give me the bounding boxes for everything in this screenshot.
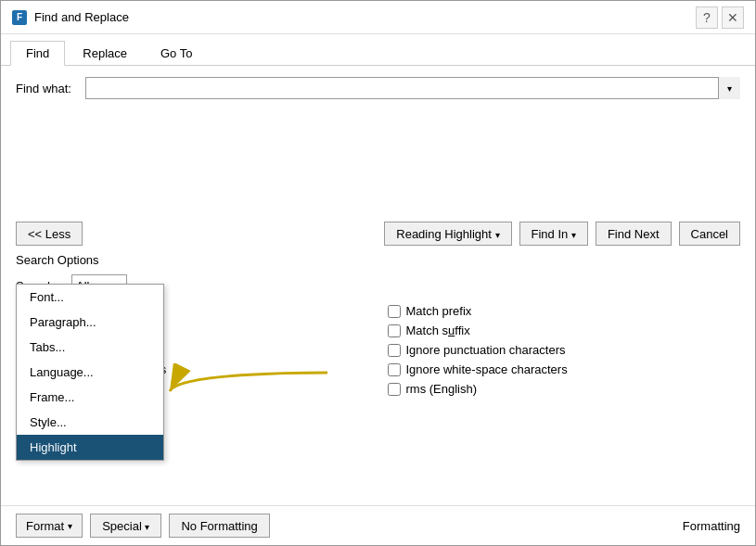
option-forms-english: rms (English)	[388, 382, 741, 396]
match-prefix-label: Match prefix	[406, 304, 472, 318]
no-formatting-button[interactable]: No Formatting	[169, 514, 269, 538]
help-button[interactable]: ?	[696, 6, 718, 29]
option-ignore-whitespace: Ignore white-space characters	[388, 362, 741, 376]
option-match-suffix: Match suffix	[388, 324, 741, 337]
ignore-punctuation-checkbox[interactable]	[388, 344, 401, 357]
dropdown-frame[interactable]: Frame...	[17, 385, 163, 410]
dropdown-style[interactable]: Style...	[17, 410, 163, 435]
forms-english-checkbox[interactable]	[388, 383, 401, 396]
match-suffix-checkbox[interactable]	[388, 324, 401, 337]
dropdown-paragraph[interactable]: Paragraph...	[17, 310, 163, 335]
dropdown-language[interactable]: Language...	[17, 360, 163, 385]
option-ignore-punctuation: Ignore punctuation characters	[388, 343, 741, 357]
formatting-label: Formatting	[683, 519, 740, 533]
forms-english-label: rms (English)	[406, 382, 478, 396]
dropdown-highlight[interactable]: Highlight	[17, 435, 163, 460]
dialog-title: Find and Replace	[34, 10, 129, 24]
button-row-main: << Less Reading Highlight Find In Find N…	[16, 222, 740, 246]
title-bar: F Find and Replace ? ✕	[1, 1, 755, 34]
dropdown-tabs[interactable]: Tabs...	[17, 335, 163, 360]
arrow-indicator	[160, 363, 346, 422]
bottom-bar: Format Special No Formatting Formatting	[1, 505, 755, 545]
cancel-button[interactable]: Cancel	[679, 222, 740, 246]
ignore-whitespace-checkbox[interactable]	[388, 363, 401, 376]
find-input-dropdown-btn[interactable]: ▾	[718, 77, 740, 99]
special-button[interactable]: Special	[90, 514, 161, 538]
match-prefix-checkbox[interactable]	[388, 305, 401, 318]
ignore-punctuation-label: Ignore punctuation characters	[406, 343, 566, 357]
tab-goto[interactable]: Go To	[145, 41, 208, 66]
title-bar-left: F Find and Replace	[12, 10, 129, 25]
format-dropdown-menu: Font... Paragraph... Tabs... Language...…	[16, 284, 164, 461]
find-replace-dialog: F Find and Replace ? ✕ Find Replace Go T…	[0, 0, 756, 546]
tab-find[interactable]: Find	[10, 41, 65, 66]
main-content: Find what: ▾ << Less Reading Highlight F…	[1, 66, 755, 505]
option-match-prefix: Match prefix	[388, 304, 741, 318]
close-button[interactable]: ✕	[722, 6, 744, 29]
ignore-whitespace-label: Ignore white-space characters	[406, 362, 568, 376]
find-what-label: Find what:	[16, 82, 85, 95]
match-suffix-label: Match suffix	[406, 324, 470, 337]
find-what-row: Find what: ▾	[16, 77, 740, 99]
tab-replace[interactable]: Replace	[67, 41, 143, 66]
dialog-icon: F	[12, 10, 27, 25]
search-options-label: Search Options	[16, 253, 740, 267]
find-what-input[interactable]	[85, 77, 740, 99]
format-button[interactable]: Format	[16, 514, 83, 538]
btn-group-left: << Less	[16, 222, 83, 246]
less-button[interactable]: << Less	[16, 222, 83, 246]
find-in-button[interactable]: Find In	[519, 222, 588, 246]
reading-highlight-button[interactable]: Reading Highlight	[384, 222, 511, 246]
find-next-button[interactable]: Find Next	[596, 222, 672, 246]
btn-group-right: Reading Highlight Find In Find Next Canc…	[384, 222, 740, 246]
title-controls: ? ✕	[696, 6, 744, 29]
tabs-bar: Find Replace Go To	[1, 34, 755, 66]
spacer	[16, 107, 740, 218]
dropdown-font[interactable]: Font...	[17, 285, 163, 310]
find-input-wrap: ▾	[85, 77, 740, 99]
